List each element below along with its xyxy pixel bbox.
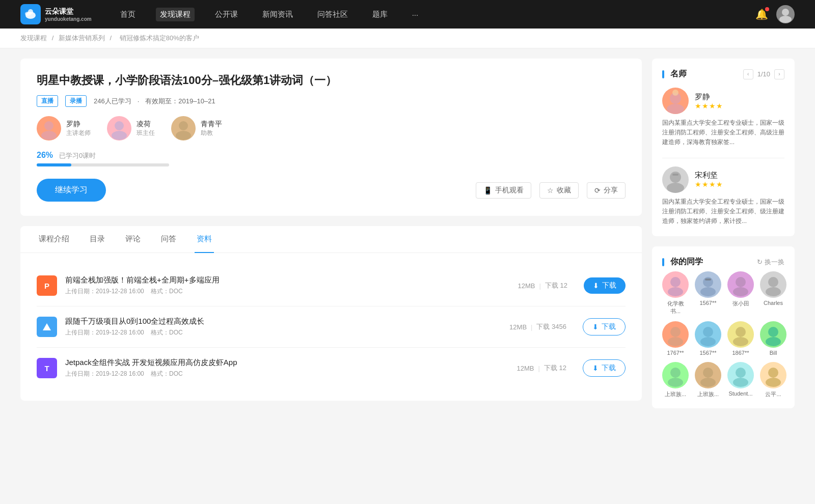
- valid-until: 有效期至：2019–10–21: [145, 97, 215, 106]
- teacher-stars-1: ★★★★: [695, 180, 723, 188]
- student-avatar-3: [760, 271, 786, 298]
- main-layout: 明星中教授课，小学阶段语法100分–强化级第1讲动词（一） 直播 录播 246人…: [0, 48, 815, 429]
- students-panel: 你的同学 ↻ 换一换 化学教书... 156: [652, 246, 795, 408]
- tab-catalog[interactable]: 目录: [88, 226, 107, 253]
- tab-comments[interactable]: 评论: [123, 226, 143, 253]
- nav-home[interactable]: 首页: [116, 8, 140, 21]
- students-count: 246人已学习: [94, 97, 131, 106]
- nav-right: 🔔: [755, 5, 795, 23]
- student-item-5: 1567**: [695, 321, 721, 356]
- teacher-panel-desc-0: 国内某重点大学安全工程专业硕士，国家一级注册消防工程师、注册安全工程师、高级注册…: [662, 118, 784, 148]
- nav-news[interactable]: 新闻资讯: [258, 8, 297, 21]
- tabs-card: 课程介绍 目录 评论 问答 资料 P 前端全栈加强版！前端全栈+全周期+多端应用…: [20, 226, 642, 401]
- notification-bell[interactable]: 🔔: [755, 8, 768, 20]
- teachers-next-button[interactable]: ›: [774, 69, 784, 79]
- file-meta-1: 上传日期：2019-12-28 16:00 格式：DOC: [65, 328, 493, 337]
- download-button-2[interactable]: ⬇ 下载: [583, 359, 626, 377]
- student-avatar-1: [695, 271, 721, 298]
- download-button-1[interactable]: ⬇ 下载: [583, 318, 626, 335]
- user-avatar[interactable]: [776, 5, 795, 23]
- students-title-bar-icon: [662, 258, 664, 266]
- tab-intro[interactable]: 课程介绍: [37, 226, 71, 253]
- tab-qa[interactable]: 问答: [159, 226, 178, 253]
- breadcrumb: 发现课程 / 新媒体营销系列 / 销冠修炼术搞定80%的客户: [0, 29, 815, 48]
- file-stats-0: 12MB | 下载 12: [518, 281, 567, 290]
- teacher-avatar-1: [107, 116, 131, 141]
- svg-point-17: [670, 277, 681, 287]
- svg-point-36: [703, 368, 713, 378]
- file-stats-1: 12MB | 下载 3456: [509, 322, 566, 331]
- student-item-8: 上班族...: [662, 362, 689, 398]
- logo-icon: [20, 4, 41, 24]
- students-panel-header: 你的同学 ↻ 换一换: [662, 257, 784, 267]
- teacher-item-0: 罗静 主讲老师: [37, 116, 91, 141]
- teacher-panel-desc-1: 国内某重点大学安全工程专业硕士，国家一级注册消防工程师、注册安全工程师、级注册建…: [662, 197, 784, 227]
- share-label: 分享: [604, 186, 618, 195]
- svg-point-13: [672, 90, 678, 96]
- nav-open-course[interactable]: 公开课: [211, 8, 242, 21]
- svg-point-24: [768, 277, 778, 287]
- site-logo[interactable]: 云朵课堂 yunduoketang.com: [20, 4, 92, 24]
- student-avatar-8: [662, 362, 689, 388]
- badge-live: 直播: [37, 95, 58, 107]
- student-name-1: 1567**: [699, 300, 716, 306]
- download-icon-2: ⬇: [592, 364, 599, 372]
- breadcrumb-item-discover[interactable]: 发现课程: [20, 34, 47, 42]
- teachers-row: 罗静 主讲老师 凌荷 班主任: [37, 116, 626, 141]
- panel-divider: [662, 158, 784, 158]
- student-name-3: Charles: [764, 300, 783, 306]
- mobile-watch-button[interactable]: 📱 手机观看: [476, 182, 531, 199]
- progress-sublabel: 已学习0课时: [59, 152, 96, 159]
- nav-qa[interactable]: 问答社区: [313, 8, 352, 21]
- svg-point-37: [700, 378, 716, 387]
- download-button-0[interactable]: ⬇ 下载: [584, 277, 626, 294]
- breadcrumb-item-series[interactable]: 新媒体营销系列: [59, 34, 105, 42]
- course-title: 明星中教授课，小学阶段语法100分–强化级第1讲动词（一）: [37, 73, 626, 88]
- tab-resources[interactable]: 资料: [195, 226, 214, 253]
- download-icon-0: ⬇: [593, 282, 599, 290]
- student-avatar-0: [662, 271, 689, 298]
- teacher-name-1: 凌荷: [137, 120, 155, 129]
- svg-point-7: [115, 121, 124, 130]
- file-meta-2: 上传日期：2019-12-28 16:00 格式：DOC: [65, 370, 501, 378]
- file-name-1: 跟随千万级项目从0到100全过程高效成长: [65, 317, 493, 326]
- navbar: 云朵课堂 yunduoketang.com 首页 发现课程 公开课 新闻资讯 问…: [0, 0, 815, 29]
- file-meta-0: 上传日期：2019-12-28 16:00 格式：DOC: [65, 287, 502, 296]
- svg-rect-16: [672, 174, 678, 176]
- share-button[interactable]: ⟳ 分享: [587, 182, 626, 199]
- title-bar-icon: [662, 70, 664, 78]
- teacher-name-0: 罗静: [66, 120, 91, 129]
- svg-point-6: [41, 131, 57, 140]
- nav-quiz[interactable]: 题库: [368, 8, 392, 21]
- student-name-8: 上班族...: [665, 390, 686, 398]
- course-card: 明星中教授课，小学阶段语法100分–强化级第1讲动词（一） 直播 录播 246人…: [20, 59, 642, 216]
- progress-bar-bg: [37, 163, 169, 166]
- svg-rect-21: [705, 278, 711, 281]
- continue-learning-button[interactable]: 继续学习: [37, 179, 106, 202]
- student-name-11: 云平...: [765, 390, 781, 398]
- teachers-prev-button[interactable]: ‹: [743, 69, 753, 79]
- file-item-2: T Jetpack全组件实战 开发短视频应用高仿皮皮虾App 上传日期：2019…: [37, 348, 626, 388]
- student-item-3: Charles: [760, 271, 786, 315]
- teacher-panel-avatar-0: [662, 88, 689, 114]
- teachers-panel: 名师 ‹ 1/10 › 罗静 ★★★: [652, 59, 795, 236]
- nav-more[interactable]: ···: [408, 8, 423, 21]
- tabs-body: P 前端全栈加强版！前端全栈+全周期+多端应用 上传日期：2019-12-28 …: [20, 253, 642, 401]
- svg-point-20: [700, 287, 716, 296]
- mobile-watch-label: 手机观看: [495, 186, 524, 195]
- share-icon: ⟳: [594, 186, 601, 194]
- teacher-panel-item-1: 宋利坚 ★★★★ 国内某重点大学安全工程专业硕士，国家一级注册消防工程师、注册安…: [662, 166, 784, 227]
- file-info-1: 跟随千万级项目从0到100全过程高效成长 上传日期：2019-12-28 16:…: [65, 317, 493, 337]
- file-icon-2: T: [37, 358, 57, 378]
- student-item-2: 张小田: [727, 271, 754, 315]
- student-item-0: 化学教书...: [662, 271, 689, 315]
- student-avatar-10: [727, 362, 754, 388]
- refresh-students-button[interactable]: ↻ 换一换: [757, 258, 784, 267]
- svg-point-29: [700, 337, 716, 346]
- student-item-6: 1867**: [727, 321, 754, 356]
- nav-discover[interactable]: 发现课程: [156, 8, 195, 21]
- collect-button[interactable]: ☆ 收藏: [539, 182, 579, 199]
- star-icon: ☆: [547, 186, 554, 194]
- teacher-avatar-2: [171, 116, 196, 141]
- teacher-name-2: 青青平: [201, 120, 222, 129]
